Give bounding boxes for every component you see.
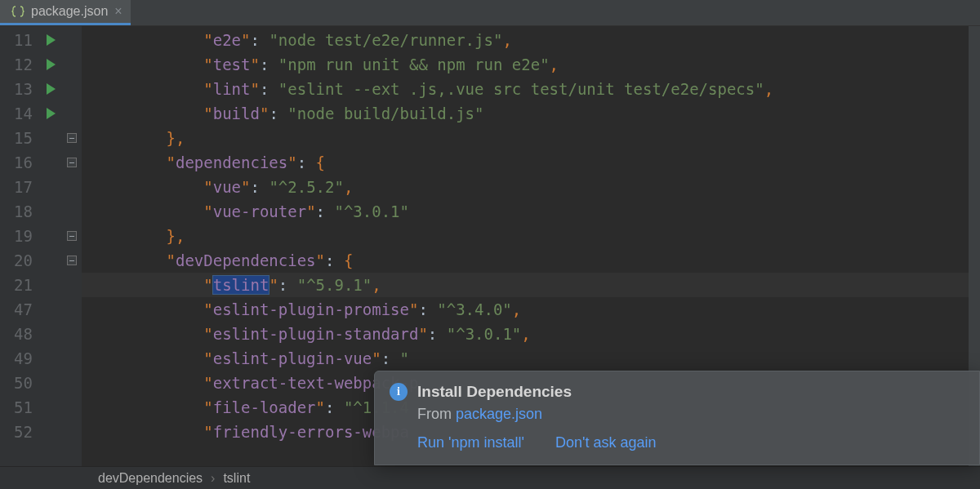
popup-file-link[interactable]: package.json: [456, 406, 542, 422]
code-line[interactable]: "test": "npm run unit && npm run e2e",: [82, 52, 980, 77]
line-number: 50: [0, 371, 33, 395]
popup-subtitle: From package.json: [417, 406, 963, 423]
line-number: 47: [0, 297, 33, 322]
run-gutter: [41, 26, 60, 466]
run-icon[interactable]: [47, 34, 56, 46]
run-icon[interactable]: [47, 59, 56, 70]
line-number: 19: [0, 224, 33, 248]
code-line[interactable]: "e2e": "node test/e2e/runner.js",: [82, 28, 980, 52]
breadcrumb-item[interactable]: tslint: [223, 471, 250, 486]
code-line[interactable]: "devDependencies": {: [82, 248, 980, 273]
line-number: 13: [0, 77, 33, 101]
code-line[interactable]: "eslint-plugin-vue": ": [82, 346, 980, 371]
editor-tab-bar: package.json ×: [0, 0, 980, 26]
json-file-icon: [11, 5, 24, 18]
fold-gutter: [60, 26, 82, 466]
fold-toggle-icon[interactable]: [67, 231, 77, 241]
run-icon[interactable]: [47, 83, 56, 95]
close-icon[interactable]: ×: [114, 4, 122, 19]
line-number: 48: [0, 322, 33, 346]
line-number: 18: [0, 199, 33, 224]
line-number: 20: [0, 248, 33, 273]
breadcrumb-item[interactable]: devDependencies: [98, 471, 203, 486]
run-icon[interactable]: [47, 108, 56, 119]
notification-popup: i Install Dependencies From package.json…: [374, 371, 980, 465]
line-number-gutter: 1112131415161718192021474849505152: [0, 26, 41, 466]
line-number: 15: [0, 126, 33, 150]
code-line[interactable]: "build": "node build/build.js": [82, 101, 980, 126]
tab-filename: package.json: [31, 4, 108, 19]
line-number: 14: [0, 101, 33, 126]
line-number: 11: [0, 28, 33, 52]
code-line[interactable]: "vue": "^2.5.2",: [82, 175, 980, 199]
code-line[interactable]: "vue-router": "^3.0.1": [82, 199, 980, 224]
fold-toggle-icon[interactable]: [67, 158, 77, 167]
line-number: 17: [0, 175, 33, 199]
code-line[interactable]: "tslint": "^5.9.1",: [82, 273, 980, 297]
run-npm-install-link[interactable]: Run 'npm install': [417, 434, 524, 451]
code-line[interactable]: "dependencies": {: [82, 150, 980, 175]
code-line[interactable]: },: [82, 126, 980, 150]
chevron-right-icon: ›: [211, 471, 215, 486]
line-number: 52: [0, 420, 33, 444]
dont-ask-again-link[interactable]: Don't ask again: [555, 434, 657, 451]
line-number: 21: [0, 273, 33, 297]
line-number: 12: [0, 52, 33, 77]
line-number: 16: [0, 150, 33, 175]
info-icon: i: [390, 383, 408, 401]
code-line[interactable]: "eslint-plugin-standard": "^3.0.1",: [82, 322, 980, 346]
code-line[interactable]: "lint": "eslint --ext .js,.vue src test/…: [82, 77, 980, 101]
code-line[interactable]: },: [82, 224, 980, 248]
fold-toggle-icon[interactable]: [67, 256, 77, 265]
fold-toggle-icon[interactable]: [67, 133, 77, 143]
popup-title: Install Dependencies: [417, 383, 572, 401]
line-number: 51: [0, 395, 33, 420]
code-line[interactable]: "eslint-plugin-promise": "^3.4.0",: [82, 297, 980, 322]
breadcrumb: devDependencies › tslint: [0, 466, 980, 489]
tab-package-json[interactable]: package.json ×: [0, 0, 131, 25]
line-number: 49: [0, 346, 33, 371]
